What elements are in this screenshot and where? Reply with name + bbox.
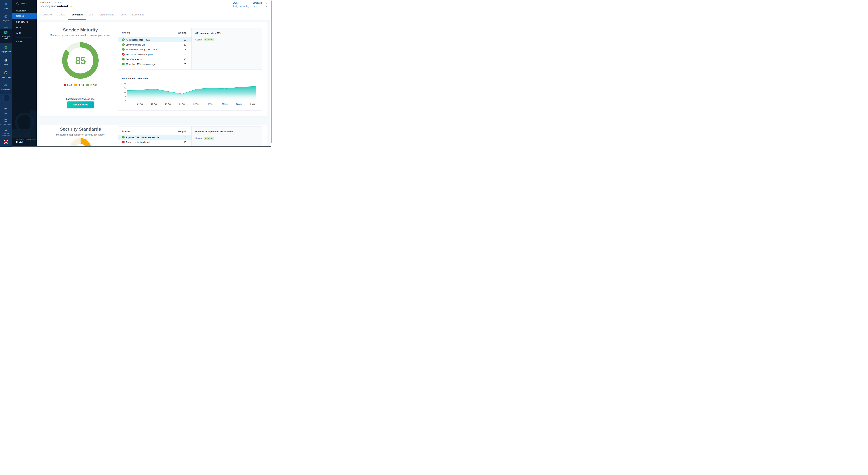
check-label: API success rate > 99% [126, 38, 150, 41]
tab-dependencies[interactable]: Dependencies [96, 10, 117, 20]
status-badge: PASSED [204, 38, 214, 41]
tab-docs[interactable]: Docs [117, 10, 129, 20]
portal-eyebrow: INTERNAL DEVELOPER [16, 139, 35, 140]
breadcrumb: COMPONENT — SERVICE [39, 2, 63, 4]
rerun-checks-button[interactable]: Rerun Checks [67, 101, 94, 108]
check-label: Less than 1% error in prod [126, 53, 153, 56]
deployments-hexagon-icon: ∞ [4, 47, 8, 50]
check-row[interactable]: ✓TechDocs exists30 [118, 57, 191, 62]
sidebar-item-label: Home [0, 7, 12, 9]
maturity-score-value: 85 [75, 55, 85, 66]
sidebar-collapse-handle[interactable] [4, 27, 8, 28]
nav-item-apis[interactable]: APIs [12, 30, 37, 36]
owner-value-link[interactable]: field_engineering [232, 5, 249, 7]
check-row[interactable]: ✓Java version is LTS20 [118, 42, 191, 47]
sidebar-item-help[interactable]: ?HELP [0, 107, 12, 114]
legend-item: 50-74 [74, 84, 84, 86]
check-passed-icon: ✓ [122, 63, 125, 65]
lifecycle-label: Lifecycle [253, 2, 262, 4]
sidebar-item-projects[interactable]: Projects [0, 14, 12, 22]
check-detail-panel: API success rate > 99% Status: PASSED [191, 28, 262, 69]
check-row[interactable]: ✕Less than 1% error in prod15 [118, 52, 191, 57]
nav-item-docs[interactable]: Docs [12, 25, 37, 30]
scorecard-title: Service Maturity [39, 27, 121, 33]
svg-text:?: ? [5, 108, 6, 110]
sidebar-item-builds[interactable]: Builds [0, 58, 12, 65]
developer-portal-icon [4, 32, 8, 35]
nav-item-self-service[interactable]: Self service [12, 19, 37, 25]
check-weight: 10 [184, 136, 186, 139]
check-weight: 10 [184, 38, 186, 41]
sidebar-item-label: HELP [0, 112, 12, 114]
checks-column-header: Checks [122, 31, 130, 34]
check-passed-icon: ✓ [122, 38, 125, 41]
check-row[interactable]: ✓API success rate > 99%10 [118, 37, 191, 42]
check-row[interactable]: ✓More than 70% test coverage20 [118, 62, 191, 66]
nav-item-admin[interactable]: Admin [12, 39, 37, 44]
check-weight: 30 [184, 58, 186, 61]
improvement-chart-panel: Improvement Over Time 100755025024 Aug25… [118, 73, 262, 111]
check-row[interactable]: ✓Mean time to merge PR < 48 hr5 [118, 47, 191, 52]
legend-dot-icon [86, 84, 89, 86]
chart-title: Improvement Over Time [122, 77, 148, 80]
horizontal-scrollbar[interactable] [12, 146, 271, 147]
entity-tabs: OverviewCI/CDScorecardAPIDependenciesDoc… [37, 10, 272, 20]
scorecard-subtitle: Measures best practices of security oper… [39, 133, 121, 136]
sidebar-item-account-settings[interactable]: ⚙ACCOUNT SETTINGS [0, 128, 12, 136]
tab-api[interactable]: API [86, 10, 96, 20]
sidebar-item-home[interactable]: Home [0, 2, 12, 9]
legend-label: 75-100 [90, 84, 97, 86]
app-window: HM HomeProjectsDeveloper Portal∞Deployme… [0, 0, 272, 147]
help-chat-icon: ? [4, 109, 8, 111]
nav-item-overview[interactable]: Overview [12, 8, 37, 13]
search-icon [16, 2, 19, 5]
check-passed-icon: ✓ [122, 43, 125, 46]
apps-grid-button[interactable] [3, 95, 9, 101]
weight-column-header: Weight [178, 31, 186, 34]
check-label: Mean time to merge PR < 48 hr [126, 48, 158, 51]
tab-kubernetes[interactable]: Kubernetes [129, 10, 147, 20]
sidebar-item-cloud-costs[interactable]: $Cloud Costs [0, 83, 12, 91]
check-passed-icon: ✓ [122, 136, 125, 139]
x-axis-tick: 29 Aug [208, 103, 213, 105]
y-axis-tick: 0 [125, 99, 126, 101]
sidebar-item-dashboards[interactable]: DASHBOARDS [0, 118, 12, 126]
svg-text:∞: ∞ [5, 46, 7, 48]
check-detail-title: API success rate > 99% [195, 32, 221, 34]
chevron-down-icon[interactable] [5, 92, 7, 93]
sidebar-item-developer-portal[interactable]: Developer Portal [0, 31, 12, 40]
kebab-menu-icon[interactable] [266, 3, 267, 7]
tab-scorecard[interactable]: Scorecard [68, 10, 86, 20]
check-label: Branch protection is set [126, 141, 150, 144]
check-row[interactable]: ✕Branch protection is set30 [118, 140, 191, 145]
nav-item-catalog[interactable]: Catalog [12, 13, 37, 19]
sidebar-item-deployments[interactable]: ∞Deployments [0, 46, 12, 53]
service-maturity-card: Service Maturity Measures development be… [39, 22, 268, 116]
sidebar-item-label: DASHBOARDS [0, 124, 12, 126]
favorite-star-icon[interactable]: ★ [70, 5, 72, 8]
vertical-scrollbar-thumb[interactable] [271, 1, 272, 143]
security-checks-panel: Checks Weight ✓Pipeline OPA policies are… [118, 126, 262, 147]
tab-overview[interactable]: Overview [39, 10, 56, 20]
y-axis-tick: 100 [123, 83, 126, 85]
x-axis-tick: 1 Sep [250, 103, 255, 105]
owner-label: Owner [232, 2, 249, 4]
main-sidebar: HM HomeProjectsDeveloper Portal∞Deployme… [0, 0, 12, 147]
legend-item: 75-100 [86, 84, 97, 86]
avatar[interactable]: HM [4, 140, 8, 144]
page-title: boutique-frontend [39, 4, 68, 8]
x-axis-tick: 26 Aug [165, 103, 171, 105]
x-axis-tick: 30 Aug [222, 103, 227, 105]
security-standards-card: Security Standards Measures best practic… [39, 125, 268, 147]
check-row[interactable]: ✓Pipeline OPA policies are satisfied10 [118, 135, 191, 140]
status-label: Status: [195, 38, 202, 41]
search-input[interactable]: Search [16, 2, 27, 5]
sidebar-item-feature-flags[interactable]: Feature Flags [0, 71, 12, 78]
legend-dot-icon [64, 84, 66, 86]
tab-ci-cd[interactable]: CI/CD [56, 10, 68, 20]
check-weight: 5 [185, 48, 186, 51]
owner-field[interactable]: Owner field_engineering [232, 2, 249, 7]
main-area: COMPONENT — SERVICE boutique-frontend ★ … [37, 0, 272, 147]
check-weight: 20 [184, 43, 186, 46]
title-row: boutique-frontend ★ [39, 4, 72, 8]
